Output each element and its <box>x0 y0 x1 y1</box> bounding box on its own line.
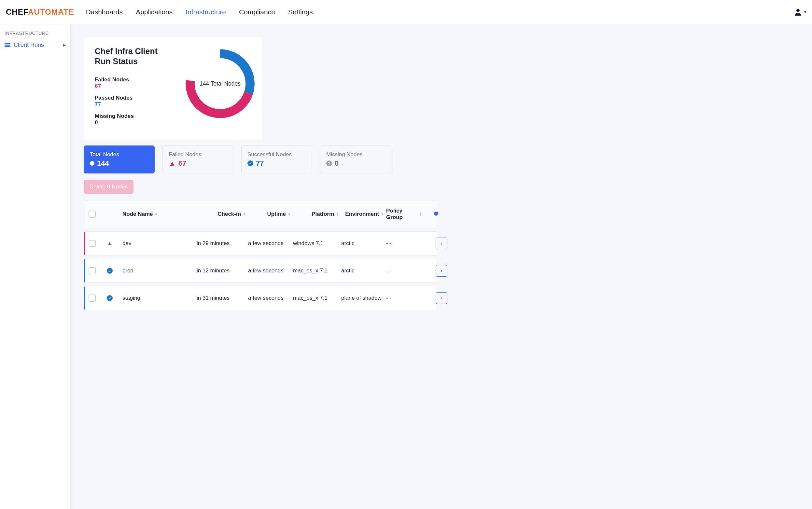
chevron-right-icon: › <box>441 295 442 301</box>
cell-uptime: a few seconds <box>248 240 290 247</box>
filter-label: Failed Nodes <box>169 151 227 158</box>
sidebar: INFRASTRUCTURE Client Runs ▶ <box>0 24 71 509</box>
row-expand-button[interactable]: › <box>435 292 447 304</box>
dot-icon <box>90 161 94 166</box>
logo: CHEFAUTOMATE <box>6 7 74 16</box>
missing-nodes-label: Missing Nodes <box>95 113 160 120</box>
col-platform[interactable]: Platform▲▼ <box>293 211 338 217</box>
gear-icon <box>433 210 439 216</box>
filter-value: 67 <box>178 159 186 168</box>
cell-platform: windows 7.1 <box>293 240 338 247</box>
sidebar-item-client-runs[interactable]: Client Runs ▶ <box>5 40 66 50</box>
select-all-checkbox[interactable] <box>89 210 96 218</box>
logo-automate: AUTOMATE <box>28 7 74 16</box>
cell-environment: arctic <box>341 240 384 247</box>
passed-nodes-value: 77 <box>95 101 160 108</box>
col-node-name[interactable]: Node Name▲▼ <box>122 211 194 217</box>
table-head: Node Name▲▼ Check-in▲▼ Uptime▲▼ Platform… <box>84 200 437 228</box>
row-expand-button[interactable]: › <box>435 238 447 249</box>
cell-check-in: in 29 minutes <box>197 240 246 247</box>
cell-node-name: dev <box>122 240 194 247</box>
row-checkbox[interactable] <box>89 295 96 302</box>
sort-icon: ▲▼ <box>243 212 246 216</box>
status-card: Chef Infra Client Run Status Failed Node… <box>84 37 262 140</box>
cell-platform: mac_os_x 7.1 <box>293 295 338 301</box>
user-icon <box>793 7 803 17</box>
check-circle-icon: ✓ <box>107 295 112 301</box>
sidebar-heading: INFRASTRUCTURE <box>5 31 66 36</box>
sort-icon: ▲▼ <box>336 212 338 216</box>
nav-dashboards[interactable]: Dashboards <box>86 8 123 16</box>
filter-value: 77 <box>256 159 264 168</box>
nav-infrastructure[interactable]: Infrastructure <box>186 8 226 16</box>
donut-center-label: 144 Total Nodes <box>183 46 258 121</box>
logo-chef: CHEF <box>6 7 28 16</box>
status-stripe <box>84 286 85 310</box>
sort-icon: ▲▼ <box>381 212 384 216</box>
status-stripe <box>84 232 85 255</box>
warning-icon: ▲ <box>169 159 176 168</box>
failed-nodes-label: Failed Nodes <box>95 76 160 83</box>
col-check-in[interactable]: Check-in▲▼ <box>197 211 246 217</box>
cell-node-name: staging <box>122 295 194 301</box>
filter-cards: Total Nodes 144 Failed Nodes ▲67 Success… <box>84 145 799 173</box>
cell-policy-group: - - <box>386 295 422 301</box>
cell-uptime: a few seconds <box>248 268 290 274</box>
chevron-down-icon: ▾ <box>804 10 806 14</box>
donut-chart: 144 Total Nodes <box>183 46 258 121</box>
topbar: CHEFAUTOMATE Dashboards Applications Inf… <box>0 0 812 24</box>
chevron-right-icon: › <box>441 268 442 274</box>
row-expand-button[interactable]: › <box>435 265 447 277</box>
cell-check-in: in 31 minutes <box>197 295 246 301</box>
filter-label: Missing Nodes <box>326 151 385 158</box>
question-circle-icon: ? <box>326 161 332 166</box>
nav-settings[interactable]: Settings <box>288 8 313 16</box>
filter-total-nodes[interactable]: Total Nodes 144 <box>84 145 155 173</box>
cell-policy-group: - - <box>386 268 422 274</box>
table-row[interactable]: ▲ dev in 29 minutes a few seconds window… <box>84 231 437 256</box>
missing-nodes-value: 0 <box>95 120 160 126</box>
cell-platform: mac_os_x 7.1 <box>293 268 338 274</box>
cell-check-in: in 12 minutes <box>197 268 246 274</box>
row-checkbox[interactable] <box>89 240 96 247</box>
sidebar-item-label: Client Runs <box>14 42 44 48</box>
table-settings-button[interactable] <box>425 210 447 218</box>
nodes-table: Node Name▲▼ Check-in▲▼ Uptime▲▼ Platform… <box>84 200 437 310</box>
sort-icon: ▲▼ <box>288 212 290 216</box>
caret-right-icon: ▶ <box>63 43 66 47</box>
nav-compliance[interactable]: Compliance <box>239 8 275 16</box>
chevron-right-icon: › <box>441 240 442 246</box>
cell-environment: arctic <box>341 268 384 274</box>
col-uptime[interactable]: Uptime▲▼ <box>248 211 290 217</box>
check-circle-icon: ✓ <box>248 161 253 166</box>
status-stripe <box>84 259 85 282</box>
table-row[interactable]: ✓ staging in 31 minutes a few seconds ma… <box>84 286 437 310</box>
main-content: Chef Infra Client Run Status Failed Node… <box>71 24 812 509</box>
svg-point-0 <box>797 9 800 12</box>
row-checkbox[interactable] <box>89 267 96 274</box>
filter-failed-nodes[interactable]: Failed Nodes ▲67 <box>162 145 233 173</box>
check-circle-icon: ✓ <box>107 268 112 274</box>
cell-policy-group: - - <box>386 240 422 247</box>
nav-applications[interactable]: Applications <box>136 8 172 16</box>
user-menu[interactable]: ▾ <box>793 7 806 17</box>
passed-nodes-label: Passed Nodes <box>95 95 160 101</box>
filter-missing-nodes[interactable]: Missing Nodes ?0 <box>320 145 391 173</box>
filter-value: 144 <box>97 159 109 168</box>
filter-label: Total Nodes <box>90 151 149 158</box>
cell-node-name: prod <box>122 268 194 274</box>
warning-icon: ▲ <box>107 240 112 246</box>
table-row[interactable]: ✓ prod in 12 minutes a few seconds mac_o… <box>84 259 437 283</box>
sort-icon: ▲▼ <box>419 212 422 216</box>
top-nav: Dashboards Applications Infrastructure C… <box>86 8 793 16</box>
filter-label: Successful Nodes <box>248 151 306 158</box>
cell-environment: plane of shadow <box>341 295 384 301</box>
cell-uptime: a few seconds <box>248 295 290 301</box>
failed-nodes-value: 67 <box>95 83 160 90</box>
status-title: Chef Infra Client Run Status <box>95 46 160 67</box>
delete-nodes-button[interactable]: Delete 0 Nodes <box>84 180 133 194</box>
col-policy-group[interactable]: Policy Group▲▼ <box>386 208 422 220</box>
sort-icon: ▲▼ <box>155 212 158 216</box>
col-environment[interactable]: Environment▲▼ <box>341 211 384 217</box>
filter-successful-nodes[interactable]: Successful Nodes ✓77 <box>241 145 312 173</box>
